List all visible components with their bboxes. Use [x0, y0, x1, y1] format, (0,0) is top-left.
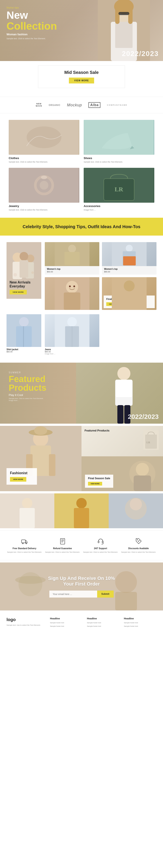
svg-point-28	[68, 245, 76, 253]
product-womens-top-2: Women's top $80.00	[102, 242, 157, 275]
model-smiling-illustration	[45, 277, 99, 310]
svg-rect-6	[128, 6, 132, 24]
final-season-sale-card-2: Final Season Sale View More	[81, 456, 163, 491]
svg-point-87	[115, 571, 137, 593]
svg-point-79	[26, 543, 27, 544]
feature-refund: Refund Guarantee Sample text. Click to s…	[45, 537, 80, 554]
svg-rect-82	[102, 541, 103, 543]
footer-desc: Sample text. Use to select the Text Elem…	[6, 624, 46, 626]
mid-season-view-more-button[interactable]: View More	[69, 78, 94, 84]
jeans-and-sale-grid: Jeans $90.00 image from ...	[45, 314, 157, 356]
signup-section: Sign Up And Receive On 10% Your First Or…	[0, 562, 163, 611]
svg-rect-29	[65, 252, 80, 265]
womens-top-2-name: Women's top	[104, 268, 154, 270]
truck-svg	[21, 538, 28, 545]
headset-icon	[97, 537, 105, 545]
signup-content: Sign Up And Receive On 10% Your First Or…	[48, 576, 115, 597]
celebrity-banner-text: Celebrity Style, Shopping Tips, Outfit I…	[13, 224, 150, 229]
featured-products-image: LR	[144, 430, 159, 450]
svg-rect-33	[123, 256, 136, 266]
tag-svg	[135, 538, 142, 545]
svg-text:LR: LR	[147, 441, 150, 444]
footer-col-1-link-1[interactable]: Sample footer text	[50, 622, 83, 624]
signup-title: Sign Up And Receive On 10% Your First Or…	[48, 576, 115, 587]
clothes-desc: Sample text. Click to select the Text El…	[9, 161, 79, 163]
featured-hero-year: 2022/2023	[128, 413, 159, 421]
signup-email-input[interactable]	[49, 591, 97, 597]
category-jewelry: Jewelry Sample text. Click to select the…	[9, 168, 79, 211]
final-season-sale-card-1: Final Season Sale View More	[102, 277, 157, 310]
mid-season-title: Mid Season Sale	[43, 70, 120, 75]
footer-col-2-link-2[interactable]: Sample footer text	[87, 625, 120, 628]
hero-title-collection: Collection	[6, 20, 57, 32]
svg-point-38	[74, 285, 75, 287]
svg-rect-60	[49, 454, 55, 476]
shirt-jacket-illustration	[6, 314, 41, 347]
receipt-svg	[59, 538, 66, 545]
support-title: 24/7 Support	[83, 547, 118, 550]
svg-point-31	[126, 245, 133, 252]
clothes-image	[9, 120, 79, 155]
footer-col-2-link-1[interactable]: Sample footer text	[87, 622, 120, 624]
jewelry-desc: Sample text. Click to select the Text El…	[9, 209, 79, 211]
hero-year: 2022/2023	[122, 50, 159, 58]
svg-rect-7	[118, 12, 129, 15]
footer-col-1-headline: Headline	[50, 617, 83, 620]
footer-grid: logo Sample text. Use to select the Text…	[6, 617, 157, 628]
svg-point-25	[13, 273, 17, 277]
shoes-desc: Sample text. Click to select the Text El…	[84, 161, 154, 163]
category-shoes: Shoes Sample text. Click to select the T…	[84, 120, 154, 163]
feature-discounts: Discounts Available Sample text. Click t…	[121, 537, 157, 554]
shoes-illustration	[84, 120, 154, 155]
svg-rect-3	[115, 22, 132, 48]
hero-section: Stylist tips New Collection Woman fashio…	[0, 0, 163, 61]
new-arrivals-view-more-button[interactable]: View More	[9, 290, 27, 294]
svg-rect-51	[117, 405, 123, 424]
jewelry-image	[9, 168, 79, 203]
svg-point-89	[18, 572, 42, 596]
featured-products-top-card: Featured Products LR	[81, 426, 163, 456]
accessories-illustration: LR	[84, 168, 154, 203]
svg-point-40	[124, 280, 135, 291]
hero-banner: Stylist tips New Collection Woman fashio…	[0, 0, 163, 61]
jeans-price: $90.00	[45, 351, 99, 353]
shirt-jacket-image	[6, 314, 41, 347]
final-sale-view-more-button-2[interactable]: View More	[88, 482, 102, 486]
footer-col-3-link-1[interactable]: Sample footer text	[124, 622, 157, 624]
featured-hero-section: Summer Featured Products Play it Cool Sa…	[0, 363, 163, 424]
celebrity-banner: Celebrity Style, Shopping Tips, Outfit I…	[0, 218, 163, 236]
svg-point-35	[66, 281, 78, 293]
featured-hero-play-text: Play it Cool	[9, 393, 46, 397]
extra-image-3	[109, 493, 163, 528]
featured-hero-banner: Summer Featured Products Play it Cool Sa…	[0, 363, 163, 424]
final-sale-title-2: Final Season Sale	[88, 477, 110, 480]
products-top-section: New Arrivals Everyday View More Women's …	[0, 240, 163, 312]
svg-text:LR: LR	[115, 186, 123, 193]
womens-top-2-image	[102, 242, 157, 266]
discounts-desc: Sample text. Click to select the Text El…	[121, 551, 157, 554]
tag-icon	[135, 537, 142, 545]
svg-point-23	[19, 252, 28, 261]
fashionist-view-more-button[interactable]: View More	[10, 477, 26, 482]
svg-rect-73	[74, 508, 89, 528]
jeans-card: Jeans $90.00 image from ...	[45, 314, 99, 356]
jeans-image	[45, 314, 99, 347]
shirt-jacket-info: Shirt jacket $60.00	[6, 347, 41, 354]
footer-col-1-link-2[interactable]: Sample footer text	[50, 625, 83, 628]
mid-season-card: Mid Season Sale View More	[38, 65, 125, 88]
footer-col-3-headline: Headline	[124, 617, 157, 620]
feature-support: 24/7 Support Sample text. Click to selec…	[83, 537, 118, 554]
footer-col-3-link-2[interactable]: Sample footer text	[124, 625, 157, 628]
svg-point-78	[22, 543, 23, 544]
footer-col-2-headline: Headline	[87, 617, 120, 620]
jewelry-label: Jewelry	[9, 205, 79, 208]
jeans-caption: image from ...	[45, 353, 99, 355]
shirt-jacket-name: Shirt jacket	[6, 348, 41, 351]
hero-title-new: New	[6, 9, 28, 21]
svg-point-14	[41, 176, 47, 179]
signup-submit-button[interactable]: Submit	[97, 591, 114, 597]
jeans-illustration	[45, 314, 99, 347]
featured-hero-content: Summer Featured Products Play it Cool Sa…	[9, 371, 46, 401]
footer-logo-col: logo Sample text. Use to select the Text…	[6, 617, 46, 628]
extra-illustration-3	[109, 493, 163, 528]
